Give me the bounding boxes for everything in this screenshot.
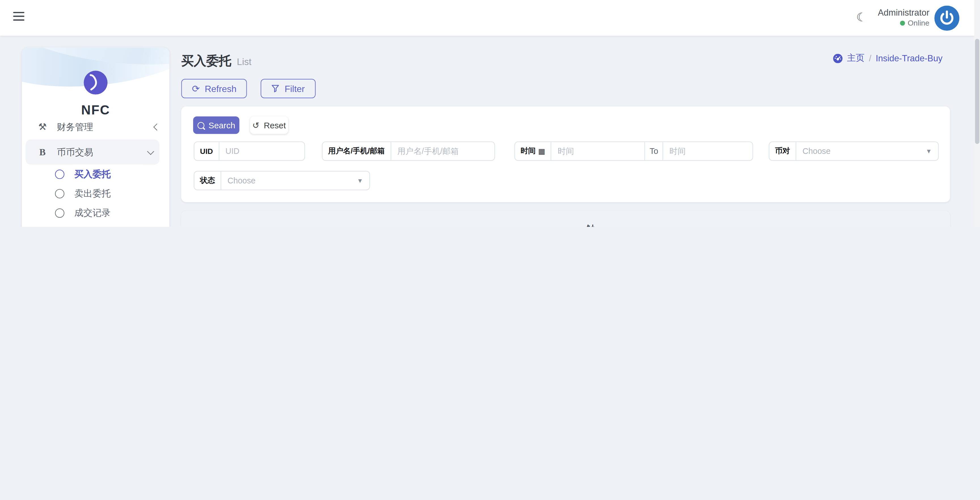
page-title: 买入委托 [181, 54, 231, 67]
sidebar-subitem-label: 卖出委托 [74, 188, 111, 200]
user-field-group: 用户名/手机/邮箱 [322, 141, 495, 161]
sidebar-item-1[interactable]: B币币交易 [25, 140, 159, 165]
select-arrow-icon: ▼ [357, 177, 363, 184]
online-dot-icon [900, 21, 905, 26]
page-title-block: 买入委托List [181, 53, 251, 70]
sidebar-subitem[interactable]: 买入委托 [22, 165, 169, 184]
filter-panel: Search ↺ Reset UID 用户名/手机/邮箱 时间▦ To 币对 C… [181, 107, 950, 202]
funnel-icon [271, 85, 280, 93]
status-label: 状态 [194, 171, 221, 190]
refresh-icon: ⟳ [192, 83, 200, 94]
time-field-group: 时间▦ To [514, 141, 753, 161]
search-button[interactable]: Search [193, 117, 239, 134]
column-header-trigger: 触 发 价 [586, 224, 595, 227]
circle-icon [55, 169, 64, 179]
time-from-input[interactable] [552, 142, 644, 160]
table-header: ID↑订单号用户币对委托方式委托价格触 发 价委托数量已成交数量预期交易额已成交… [181, 211, 950, 227]
sidebar-menu: ⚒财务管理B币币交易买入委托卖出委托成交记录交易对฿期权交易⚭永续合约▤文章管理… [22, 121, 169, 227]
user-status: Online [878, 18, 929, 28]
reset-icon: ↺ [252, 120, 259, 130]
search-icon [197, 122, 204, 129]
dashboard-icon [834, 53, 843, 63]
pair-label: 币对 [769, 142, 796, 160]
sidebar-item-0[interactable]: ⚒财务管理 [22, 121, 169, 139]
breadcrumb-current[interactable]: Inside-Trade-Buy [876, 53, 943, 63]
dark-mode-moon-icon[interactable]: ☾ [856, 10, 867, 24]
sidebar-item-label: 币币交易 [57, 146, 148, 158]
pair-field-group: 币对 Choose▼ [769, 141, 939, 161]
chevron-left-icon [153, 123, 161, 131]
orders-table: ID↑订单号用户币对委托方式委托价格触 发 价委托数量已成交数量预期交易额已成交… [181, 211, 950, 227]
user-block[interactable]: Administrator Online [878, 7, 929, 28]
sidebar-subitem[interactable]: 卖出委托 [22, 184, 169, 203]
page-subtitle: List [237, 56, 251, 67]
breadcrumb-separator: / [869, 53, 872, 63]
brand-name: NFC [22, 102, 169, 118]
breadcrumb-home[interactable]: 主页 [847, 53, 865, 64]
time-to-label: To [644, 142, 663, 160]
status-field-group: 状态 Choose▼ [194, 171, 370, 190]
hamburger-menu-icon[interactable] [13, 12, 24, 21]
time-label: 时间 [520, 146, 536, 157]
sidebar-subitem[interactable]: 交易对 [22, 223, 169, 227]
circle-icon [55, 189, 64, 198]
sidebar-subitem-label: 交易对 [74, 227, 102, 227]
user-label: 用户名/手机/邮箱 [322, 142, 391, 160]
uid-label: UID [194, 142, 219, 160]
filter-button[interactable]: Filter [261, 79, 315, 98]
breadcrumb: 主页 / Inside-Trade-Buy [834, 53, 943, 64]
chevron-down-icon [147, 148, 154, 155]
avatar[interactable] [934, 6, 959, 31]
pair-select[interactable]: Choose▼ [796, 142, 938, 160]
user-name: Administrator [878, 7, 929, 18]
scrollbar-thumb[interactable] [975, 39, 979, 144]
bold-b-icon: B [36, 147, 49, 157]
circle-icon [55, 208, 64, 218]
user-input[interactable] [391, 142, 494, 160]
sidebar-subitem-label: 买入委托 [74, 168, 111, 180]
admin-page: ☾ Administrator Online NFC ⚒财务管理B币币交易买入委… [0, 0, 980, 227]
sidebar: NFC ⚒财务管理B币币交易买入委托卖出委托成交记录交易对฿期权交易⚭永续合约▤… [22, 48, 169, 227]
uid-field-group: UID [194, 141, 305, 161]
page-scrollbar[interactable] [974, 0, 980, 227]
calendar-icon: ▦ [538, 147, 545, 156]
top-bar: ☾ Administrator Online [0, 0, 974, 36]
sidebar-subitem-label: 成交记录 [74, 207, 111, 219]
uid-input[interactable] [219, 142, 304, 160]
status-select[interactable]: Choose▼ [221, 171, 369, 190]
refresh-button[interactable]: ⟳ Refresh [181, 79, 247, 98]
time-to-input[interactable] [663, 142, 752, 160]
power-icon [934, 6, 959, 31]
toolbar: ⟳ Refresh Filter [181, 79, 315, 98]
reset-button[interactable]: ↺ Reset [250, 117, 288, 134]
brand-block[interactable]: NFC [22, 70, 169, 118]
sidebar-subitem[interactable]: 成交记录 [22, 203, 169, 223]
select-arrow-icon: ▼ [926, 148, 932, 155]
sidebar-item-label: 财务管理 [57, 121, 154, 133]
brand-logo-icon [83, 70, 108, 95]
wrench-icon: ⚒ [36, 121, 49, 133]
